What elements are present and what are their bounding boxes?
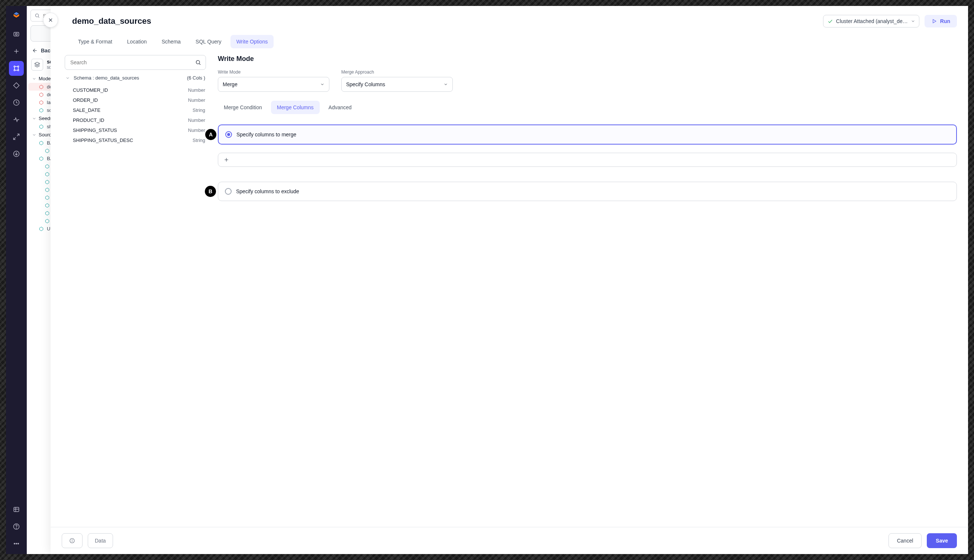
schema-column[interactable]: SALE_DATEString	[65, 106, 205, 115]
svg-marker-35	[39, 125, 43, 128]
svg-point-7	[17, 66, 18, 67]
subtab-merge-columns[interactable]: Merge Columns	[271, 101, 320, 114]
rail-table-icon[interactable]	[9, 502, 24, 517]
hexagon-icon	[39, 84, 44, 90]
schema-header: Schema : demo_data_sources	[73, 75, 139, 81]
hexagon-icon	[39, 226, 44, 232]
add-column-button[interactable]	[218, 153, 957, 167]
svg-marker-36	[39, 141, 43, 145]
hexagon-icon	[39, 100, 44, 105]
schema-column[interactable]: SHIPPING_STATUS_DESCString	[65, 136, 205, 145]
svg-point-57	[72, 540, 72, 540]
option-specify-merge[interactable]: A Specify columns to merge	[218, 125, 957, 145]
svg-marker-43	[45, 195, 49, 200]
tab-sql-query[interactable]: SQL Query	[190, 35, 227, 48]
svg-point-25	[14, 543, 15, 544]
hexagon-icon	[45, 164, 50, 169]
schema-columns: CUSTOMER_IDNumberORDER_IDNumberSALE_DATE…	[65, 86, 206, 145]
hexagon-icon	[39, 140, 44, 146]
icon-rail	[6, 6, 27, 554]
column-name: PRODUCT_ID	[73, 117, 105, 123]
svg-line-52	[199, 63, 200, 65]
rail-diamond-icon[interactable]	[9, 78, 24, 93]
schema-column[interactable]: CUSTOMER_IDNumber	[65, 86, 205, 94]
svg-marker-33	[39, 100, 43, 104]
hexagon-icon	[45, 187, 50, 192]
modal-tabs: Type & FormatLocationSchemaSQL QueryWrit…	[50, 30, 968, 52]
write-mode-select[interactable]: Merge	[218, 77, 329, 92]
rail-screenshot-icon[interactable]	[9, 27, 24, 42]
radio-icon	[225, 188, 232, 195]
schema-search[interactable]	[65, 55, 206, 70]
svg-marker-50	[933, 19, 936, 23]
svg-line-29	[38, 17, 39, 18]
rail-pipeline-icon[interactable]	[9, 61, 24, 76]
search-icon	[195, 60, 201, 65]
schema-column[interactable]: PRODUCT_IDNumber	[65, 116, 205, 125]
tab-schema[interactable]: Schema	[156, 35, 187, 48]
modal: demo_data_sources Cluster Attached (anal…	[50, 6, 968, 554]
rail-download-icon[interactable]	[9, 147, 24, 161]
svg-marker-41	[45, 180, 49, 184]
schema-column[interactable]: ORDER_IDNumber	[65, 96, 205, 104]
svg-marker-46	[45, 219, 49, 223]
cluster-dropdown[interactable]: Cluster Attached (analyst_de…	[823, 15, 919, 27]
caret-down-icon	[32, 116, 37, 121]
run-button[interactable]: Run	[924, 15, 957, 27]
write-section-title: Write Mode	[218, 55, 957, 63]
rail-activity-icon[interactable]	[9, 112, 24, 127]
svg-rect-2	[14, 32, 18, 36]
svg-marker-47	[39, 227, 43, 231]
close-button[interactable]	[43, 13, 58, 27]
tab-type-format[interactable]: Type & Format	[72, 35, 118, 48]
chevron-down-icon	[911, 19, 915, 23]
data-button[interactable]: Data	[88, 533, 113, 548]
svg-line-16	[17, 134, 19, 137]
save-button[interactable]: Save	[927, 533, 957, 548]
svg-point-3	[16, 33, 17, 35]
write-subtabs: Merge ConditionMerge ColumnsAdvanced	[218, 101, 957, 114]
schema-pane: Schema : demo_data_sources (6 Cols ) CUS…	[65, 52, 206, 527]
cancel-button[interactable]: Cancel	[889, 533, 922, 548]
subtab-merge-condition[interactable]: Merge Condition	[218, 101, 268, 114]
svg-marker-31	[39, 85, 43, 89]
schema-column[interactable]: SHIPPING_STATUSNumber	[65, 126, 205, 135]
merge-approach-label: Merge Approach	[341, 70, 453, 75]
option-specify-exclude[interactable]: B Specify columns to exclude	[218, 182, 957, 201]
subtab-advanced[interactable]: Advanced	[323, 101, 358, 114]
run-label: Run	[940, 18, 950, 24]
rail-more-icon[interactable]	[9, 536, 24, 551]
rail-help-icon[interactable]	[9, 519, 24, 534]
info-button[interactable]	[62, 533, 83, 548]
hexagon-icon	[45, 148, 50, 153]
merge-approach-select[interactable]: Specify Columns	[341, 77, 453, 92]
column-type: Number	[188, 117, 205, 123]
arrow-left-icon	[32, 48, 38, 53]
rail-add-icon[interactable]	[9, 44, 24, 59]
column-type: String	[193, 137, 205, 143]
hexagon-icon	[39, 156, 44, 161]
rail-expand-icon[interactable]	[9, 129, 24, 144]
tab-write-options[interactable]: Write Options	[230, 35, 274, 48]
svg-marker-39	[45, 164, 49, 168]
hexagon-icon	[39, 108, 44, 113]
svg-marker-34	[39, 108, 43, 112]
merge-approach-field: Merge Approach Specify Columns	[341, 70, 453, 92]
option-a-label: Specify columns to merge	[237, 132, 296, 137]
schema-search-input[interactable]	[70, 59, 195, 66]
write-mode-field: Write Mode Merge	[218, 70, 329, 92]
search-icon	[35, 13, 40, 18]
svg-rect-20	[14, 507, 18, 512]
caret-down-icon[interactable]	[65, 76, 70, 80]
svg-point-9	[17, 70, 18, 71]
info-icon	[69, 538, 75, 543]
schema-cols-count: (6 Cols )	[187, 75, 205, 81]
column-name: SALE_DATE	[73, 107, 100, 113]
rail-history-icon[interactable]	[9, 95, 24, 110]
app-frame: Proje Back to sql_co sql_te Modelsdenden…	[6, 6, 968, 554]
tab-location[interactable]: Location	[121, 35, 153, 48]
svg-marker-44	[45, 203, 49, 207]
column-name: ORDER_ID	[73, 97, 98, 103]
plus-icon	[223, 157, 229, 163]
svg-marker-37	[45, 148, 49, 153]
